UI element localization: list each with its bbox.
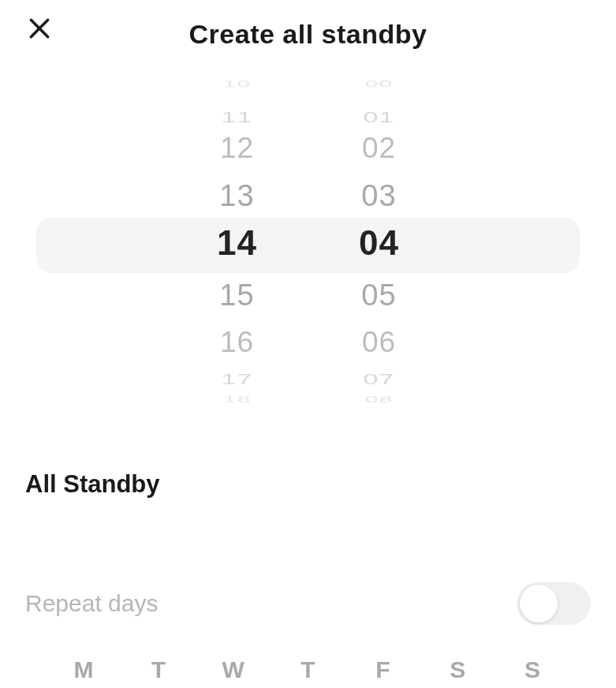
day-thursday[interactable]: T: [284, 656, 331, 683]
minute-option[interactable]: 08: [348, 391, 411, 408]
hour-option[interactable]: 12: [206, 125, 269, 172]
day-wednesday[interactable]: W: [210, 656, 257, 683]
repeat-days-label: Repeat days: [25, 590, 158, 617]
hour-selected[interactable]: 14: [206, 219, 269, 267]
minute-option[interactable]: 03: [348, 172, 411, 219]
day-friday[interactable]: F: [359, 656, 406, 683]
hour-wheel[interactable]: 10 11 12 13 14 15 16 17 18: [206, 79, 269, 418]
day-sunday[interactable]: S: [509, 656, 556, 683]
minute-selected[interactable]: 04: [348, 219, 411, 267]
minute-wheel[interactable]: 00 01 02 03 04 05 06 07 08: [348, 79, 411, 418]
hour-option[interactable]: 15: [206, 271, 269, 319]
minute-option[interactable]: 05: [348, 271, 411, 319]
toggle-knob: [520, 585, 558, 623]
page-title: Create all standby: [21, 19, 595, 50]
day-tuesday[interactable]: T: [135, 656, 182, 683]
hour-option[interactable]: 10: [206, 76, 269, 92]
close-button[interactable]: [24, 14, 55, 46]
minute-option[interactable]: 02: [348, 125, 411, 172]
time-picker[interactable]: 10 11 12 13 14 15 16 17 18 00 01 02 03 0…: [0, 79, 616, 418]
days-of-week-row: M T W T F S S: [25, 656, 591, 683]
repeat-days-toggle[interactable]: [517, 582, 591, 625]
day-monday[interactable]: M: [60, 656, 107, 683]
day-saturday[interactable]: S: [434, 656, 481, 683]
hour-option[interactable]: 18: [206, 391, 269, 408]
minute-option[interactable]: 00: [348, 76, 411, 92]
hour-option[interactable]: 13: [206, 172, 269, 219]
close-icon: [27, 16, 52, 44]
section-heading: All Standby: [25, 470, 591, 499]
